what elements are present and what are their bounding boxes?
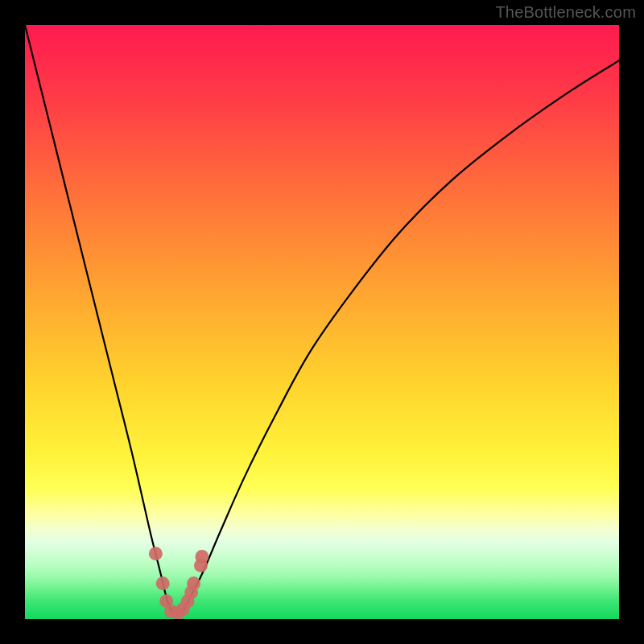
chart-frame: TheBottleneck.com: [0, 0, 644, 644]
chart-svg: [25, 25, 619, 619]
plot-area: [25, 25, 619, 619]
gradient-background: [25, 25, 619, 619]
highlight-point: [187, 576, 200, 590]
highlight-point: [149, 547, 163, 560]
highlight-point: [156, 576, 170, 590]
watermark-text: TheBottleneck.com: [495, 3, 636, 22]
highlight-point: [195, 550, 208, 564]
